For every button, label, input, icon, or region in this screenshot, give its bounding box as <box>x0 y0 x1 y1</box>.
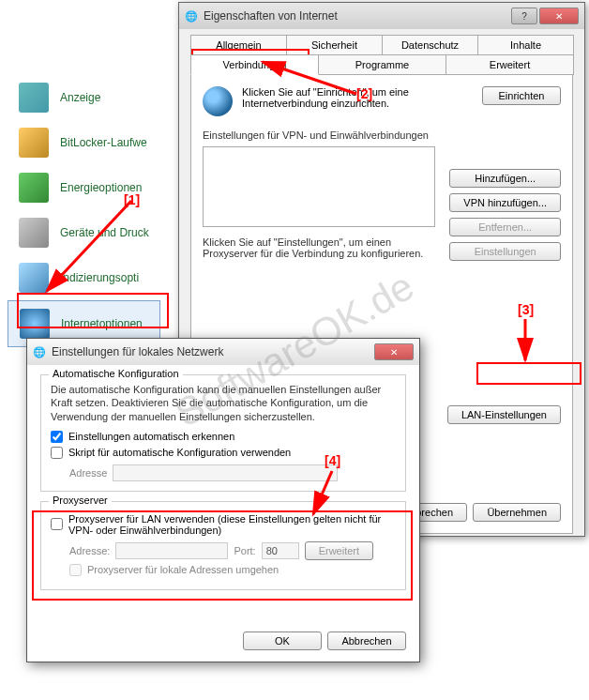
help-button[interactable]: ? <box>511 8 537 24</box>
proxy-fieldset: Proxyserver Proxyserver für LAN verwende… <box>40 501 406 590</box>
highlight-box-1 <box>17 293 169 328</box>
proxy-legend: Proxyserver <box>49 495 112 506</box>
tab-datenschutz[interactable]: Datenschutz <box>382 35 478 55</box>
auto-text: Die automatische Konfiguration kann die … <box>51 383 396 423</box>
proxy-use-row[interactable]: Proxyserver für LAN verwenden (diese Ein… <box>51 513 396 536</box>
cp-item-energie[interactable]: Energieoptionen <box>8 165 160 210</box>
auto-detect-row[interactable]: Einstellungen automatisch erkennen <box>51 431 396 443</box>
tab-inhalte[interactable]: Inhalte <box>477 35 574 55</box>
auto-detect-checkbox[interactable] <box>51 431 63 443</box>
script-address-input <box>113 464 338 481</box>
proxy-address-input <box>115 542 228 559</box>
dialog-title: Eigenschaften von Internet <box>204 9 506 23</box>
battery-icon <box>19 173 49 203</box>
window-icon: 🌐 <box>185 10 198 23</box>
close-button-lan[interactable]: ✕ <box>374 343 414 360</box>
tab-verbindungen[interactable]: Verbindungen <box>190 54 319 75</box>
cp-item-geraete[interactable]: Geräte und Druck <box>8 210 160 255</box>
cp-item-anzeige[interactable]: Anzeige <box>8 75 160 120</box>
proxy-port-input <box>262 542 299 559</box>
close-button[interactable]: ✕ <box>539 8 579 24</box>
vpn-group-label: Einstellungen für VPN- und Einwählverbin… <box>203 129 561 141</box>
globe-icon <box>203 86 233 116</box>
auto-legend: Automatische Konfiguration <box>49 368 183 379</box>
dialog2-title: Einstellungen für lokales Netzwerk <box>52 345 369 358</box>
titlebar[interactable]: 🌐 Eigenschaften von Internet ? ✕ <box>179 3 584 29</box>
hinzufuegen-button[interactable]: Hinzufügen... <box>449 169 561 188</box>
lan-settings-dialog: 🌐 Einstellungen für lokales Netzwerk ✕ A… <box>26 338 420 662</box>
auto-script-checkbox[interactable] <box>51 447 63 459</box>
vpn-listbox[interactable] <box>203 146 435 227</box>
einrichten-button[interactable]: Einrichten <box>482 86 561 105</box>
script-address-label: Adresse <box>69 467 107 479</box>
titlebar-lan[interactable]: 🌐 Einstellungen für lokales Netzwerk ✕ <box>27 339 419 365</box>
auto-script-row[interactable]: Skript für automatische Konfiguration ve… <box>51 447 396 459</box>
proxy-port-label: Port: <box>234 545 255 556</box>
network-icon: 🌐 <box>33 346 46 358</box>
bypass-local-row[interactable]: Proxyserver für lokale Adressen umgehen <box>69 564 396 576</box>
proxy-use-checkbox[interactable] <box>51 518 63 530</box>
printer-icon <box>19 218 49 248</box>
cp-item-bitlocker[interactable]: BitLocker-Laufwe <box>8 120 160 165</box>
tab-programme[interactable]: Programme <box>318 54 446 75</box>
proxy-help-text: Klicken Sie auf "Einstellungen", um eine… <box>203 236 446 259</box>
auto-config-fieldset: Automatische Konfiguration Die automatis… <box>40 374 406 492</box>
tab-erweitert[interactable]: Erweitert <box>446 54 574 75</box>
proxy-address-label: Adresse: <box>69 545 110 556</box>
uebernehmen-button[interactable]: Übernehmen <box>473 503 561 522</box>
display-icon <box>19 83 49 113</box>
tab-sicherheit[interactable]: Sicherheit <box>286 35 383 55</box>
lock-icon <box>19 128 49 158</box>
erweitert-button[interactable]: Erweitert <box>305 541 373 560</box>
ok-button-lan[interactable]: OK <box>243 632 322 650</box>
vpn-hinzufuegen-button[interactable]: VPN hinzufügen... <box>449 193 561 212</box>
setup-text: Klicken Sie auf "Einrichten", um eine In… <box>242 86 473 109</box>
lan-einstellungen-button[interactable]: LAN-Einstellungen <box>447 405 561 424</box>
tab-allgemein[interactable]: Allgemein <box>190 35 287 55</box>
bypass-local-checkbox <box>69 564 82 576</box>
search-icon <box>19 263 49 293</box>
einstellungen-button[interactable]: Einstellungen <box>449 242 561 261</box>
entfernen-button[interactable]: Entfernen... <box>449 218 561 236</box>
abbrechen-button-lan[interactable]: Abbrechen <box>327 632 406 650</box>
